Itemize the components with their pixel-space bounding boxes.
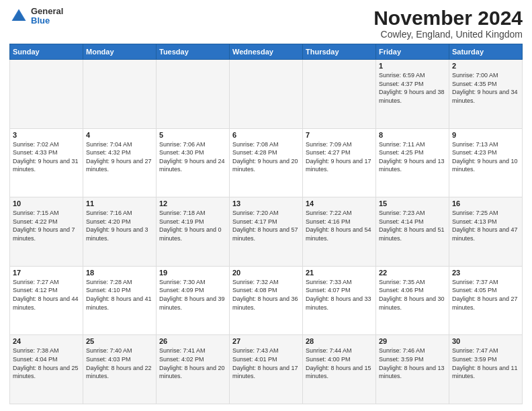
calendar-cell: 4Sunrise: 7:04 AM Sunset: 4:32 PM Daylig… (83, 128, 157, 197)
day-number: 13 (232, 199, 300, 208)
calendar-cell: 22Sunrise: 7:35 AM Sunset: 4:06 PM Dayli… (376, 266, 449, 335)
calendar-header: Sunday Monday Tuesday Wednesday Thursday… (10, 44, 523, 60)
day-info: Sunrise: 7:08 AM Sunset: 4:28 PM Dayligh… (232, 140, 300, 174)
day-info: Sunrise: 7:46 AM Sunset: 3:59 PM Dayligh… (379, 347, 446, 380)
day-number: 19 (159, 269, 226, 277)
col-wednesday: Wednesday (230, 44, 303, 60)
calendar-cell: 6Sunrise: 7:08 AM Sunset: 4:28 PM Daylig… (230, 128, 303, 197)
calendar-cell (303, 60, 376, 129)
day-info: Sunrise: 7:32 AM Sunset: 4:08 PM Dayligh… (232, 278, 300, 312)
col-monday: Monday (83, 44, 157, 60)
day-info: Sunrise: 6:59 AM Sunset: 4:37 PM Dayligh… (379, 71, 446, 105)
calendar-cell: 9Sunrise: 7:13 AM Sunset: 4:23 PM Daylig… (449, 128, 523, 197)
day-info: Sunrise: 7:35 AM Sunset: 4:06 PM Dayligh… (379, 278, 446, 312)
calendar-cell: 11Sunrise: 7:16 AM Sunset: 4:20 PM Dayli… (83, 197, 157, 267)
day-number: 5 (159, 131, 226, 139)
month-title: November 2024 (373, 7, 523, 29)
day-number: 28 (306, 337, 373, 345)
day-info: Sunrise: 7:27 AM Sunset: 4:12 PM Dayligh… (13, 278, 80, 312)
day-number: 20 (232, 269, 300, 277)
title-block: November 2024 Cowley, England, United Ki… (373, 7, 523, 40)
calendar-cell: 5Sunrise: 7:06 AM Sunset: 4:30 PM Daylig… (157, 128, 230, 197)
day-info: Sunrise: 7:16 AM Sunset: 4:20 PM Dayligh… (86, 209, 153, 242)
day-number: 12 (159, 199, 226, 208)
day-info: Sunrise: 7:04 AM Sunset: 4:32 PM Dayligh… (86, 140, 153, 174)
col-sunday: Sunday (10, 44, 83, 60)
calendar: Sunday Monday Tuesday Wednesday Thursday… (9, 44, 523, 404)
day-info: Sunrise: 7:33 AM Sunset: 4:07 PM Dayligh… (306, 278, 373, 312)
day-info: Sunrise: 7:25 AM Sunset: 4:13 PM Dayligh… (452, 209, 519, 242)
day-info: Sunrise: 7:18 AM Sunset: 4:19 PM Dayligh… (159, 209, 226, 242)
location: Cowley, England, United Kingdom (373, 29, 523, 40)
col-friday: Friday (376, 44, 449, 60)
day-number: 8 (379, 131, 446, 139)
calendar-body: 1Sunrise: 6:59 AM Sunset: 4:37 PM Daylig… (10, 60, 523, 404)
col-tuesday: Tuesday (157, 44, 230, 60)
day-number: 3 (13, 131, 80, 139)
day-number: 7 (306, 131, 373, 139)
calendar-week-3: 10Sunrise: 7:15 AM Sunset: 4:22 PM Dayli… (10, 197, 523, 267)
calendar-cell (10, 60, 83, 129)
logo-blue-text: Blue (31, 16, 63, 26)
col-saturday: Saturday (449, 44, 523, 60)
day-info: Sunrise: 7:23 AM Sunset: 4:14 PM Dayligh… (379, 209, 446, 242)
day-info: Sunrise: 7:22 AM Sunset: 4:16 PM Dayligh… (306, 209, 373, 242)
calendar-cell: 27Sunrise: 7:43 AM Sunset: 4:01 PM Dayli… (230, 335, 303, 404)
calendar-cell (83, 60, 157, 129)
calendar-cell: 14Sunrise: 7:22 AM Sunset: 4:16 PM Dayli… (303, 197, 376, 267)
day-info: Sunrise: 7:15 AM Sunset: 4:22 PM Dayligh… (13, 209, 80, 242)
day-number: 14 (306, 199, 373, 208)
day-number: 9 (452, 131, 519, 139)
day-number: 18 (86, 269, 153, 277)
day-info: Sunrise: 7:47 AM Sunset: 3:59 PM Dayligh… (452, 347, 519, 380)
day-info: Sunrise: 7:11 AM Sunset: 4:25 PM Dayligh… (379, 140, 446, 174)
calendar-cell: 21Sunrise: 7:33 AM Sunset: 4:07 PM Dayli… (303, 266, 376, 335)
calendar-cell: 12Sunrise: 7:18 AM Sunset: 4:19 PM Dayli… (157, 197, 230, 267)
calendar-cell: 25Sunrise: 7:40 AM Sunset: 4:03 PM Dayli… (83, 335, 157, 404)
calendar-cell: 17Sunrise: 7:27 AM Sunset: 4:12 PM Dayli… (10, 266, 83, 335)
day-number: 22 (379, 269, 446, 277)
calendar-cell: 16Sunrise: 7:25 AM Sunset: 4:13 PM Dayli… (449, 197, 523, 267)
day-number: 10 (13, 199, 80, 208)
day-info: Sunrise: 7:06 AM Sunset: 4:30 PM Dayligh… (159, 140, 226, 174)
calendar-cell: 18Sunrise: 7:28 AM Sunset: 4:10 PM Dayli… (83, 266, 157, 335)
day-info: Sunrise: 7:43 AM Sunset: 4:01 PM Dayligh… (232, 347, 300, 380)
calendar-cell: 7Sunrise: 7:09 AM Sunset: 4:27 PM Daylig… (303, 128, 376, 197)
calendar-cell (157, 60, 230, 129)
day-number: 16 (452, 199, 519, 208)
calendar-cell: 29Sunrise: 7:46 AM Sunset: 3:59 PM Dayli… (376, 335, 449, 404)
header-row: Sunday Monday Tuesday Wednesday Thursday… (10, 44, 523, 60)
day-number: 17 (13, 269, 80, 277)
day-number: 24 (13, 337, 80, 345)
calendar-cell: 19Sunrise: 7:30 AM Sunset: 4:09 PM Dayli… (157, 266, 230, 335)
calendar-week-1: 1Sunrise: 6:59 AM Sunset: 4:37 PM Daylig… (10, 60, 523, 129)
day-info: Sunrise: 7:13 AM Sunset: 4:23 PM Dayligh… (452, 140, 519, 174)
day-number: 27 (232, 337, 300, 345)
calendar-cell: 2Sunrise: 7:00 AM Sunset: 4:35 PM Daylig… (449, 60, 523, 129)
day-info: Sunrise: 7:37 AM Sunset: 4:05 PM Dayligh… (452, 278, 519, 312)
header: General Blue November 2024 Cowley, Engla… (9, 7, 523, 40)
calendar-week-4: 17Sunrise: 7:27 AM Sunset: 4:12 PM Dayli… (10, 266, 523, 335)
calendar-week-5: 24Sunrise: 7:38 AM Sunset: 4:04 PM Dayli… (10, 335, 523, 404)
calendar-cell: 1Sunrise: 6:59 AM Sunset: 4:37 PM Daylig… (376, 60, 449, 129)
day-number: 26 (159, 337, 226, 345)
calendar-cell: 20Sunrise: 7:32 AM Sunset: 4:08 PM Dayli… (230, 266, 303, 335)
day-number: 1 (379, 62, 446, 70)
day-number: 11 (86, 199, 153, 208)
calendar-cell: 8Sunrise: 7:11 AM Sunset: 4:25 PM Daylig… (376, 128, 449, 197)
logo-text: General Blue (31, 7, 63, 26)
calendar-cell: 28Sunrise: 7:44 AM Sunset: 4:00 PM Dayli… (303, 335, 376, 404)
day-number: 21 (306, 269, 373, 277)
day-info: Sunrise: 7:38 AM Sunset: 4:04 PM Dayligh… (13, 347, 80, 380)
calendar-cell: 15Sunrise: 7:23 AM Sunset: 4:14 PM Dayli… (376, 197, 449, 267)
day-number: 30 (452, 337, 519, 345)
day-info: Sunrise: 7:09 AM Sunset: 4:27 PM Dayligh… (306, 140, 373, 174)
day-info: Sunrise: 7:30 AM Sunset: 4:09 PM Dayligh… (159, 278, 226, 312)
day-info: Sunrise: 7:44 AM Sunset: 4:00 PM Dayligh… (306, 347, 373, 380)
day-number: 23 (452, 269, 519, 277)
calendar-cell: 10Sunrise: 7:15 AM Sunset: 4:22 PM Dayli… (10, 197, 83, 267)
calendar-cell: 23Sunrise: 7:37 AM Sunset: 4:05 PM Dayli… (449, 266, 523, 335)
calendar-cell: 24Sunrise: 7:38 AM Sunset: 4:04 PM Dayli… (10, 335, 83, 404)
calendar-week-2: 3Sunrise: 7:02 AM Sunset: 4:33 PM Daylig… (10, 128, 523, 197)
day-info: Sunrise: 7:20 AM Sunset: 4:17 PM Dayligh… (232, 209, 300, 242)
